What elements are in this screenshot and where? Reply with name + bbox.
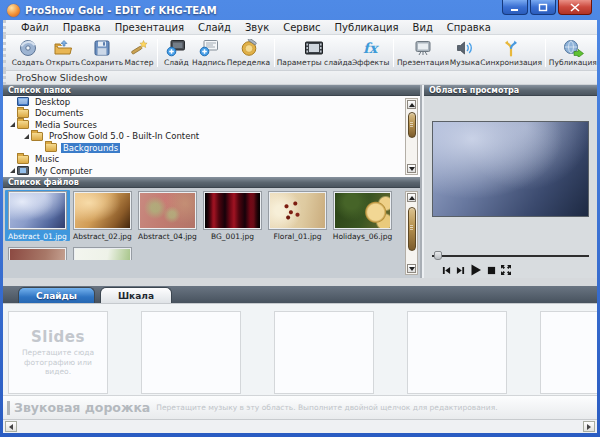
folder-tree-item-media-sources[interactable]: Media Sources bbox=[3, 119, 420, 131]
file-thumbnail[interactable] bbox=[204, 192, 261, 229]
tab-слайды[interactable]: Слайды bbox=[18, 287, 95, 303]
toolbar-button-wizard[interactable]: Мастер bbox=[124, 38, 155, 68]
effects-icon: fx bbox=[361, 39, 381, 57]
toolbar-button-open[interactable]: Открыть bbox=[45, 38, 81, 68]
slides-placeholder-title: Slides bbox=[31, 328, 85, 346]
expander-icon[interactable] bbox=[21, 134, 31, 139]
toolbar-label: Мастер bbox=[124, 58, 153, 67]
seek-handle[interactable] bbox=[434, 251, 442, 260]
menu-item-3[interactable]: Презентация bbox=[108, 22, 191, 33]
menu-item-9[interactable]: Справка bbox=[440, 22, 498, 33]
folders-scrollbar[interactable] bbox=[405, 98, 418, 175]
add-slide-icon bbox=[166, 39, 186, 57]
toolbar-label: Переделка bbox=[227, 58, 270, 67]
toolbar-label: Публикация bbox=[549, 58, 597, 67]
toolbar-button-sync[interactable]: Синхронизация bbox=[481, 38, 542, 68]
slide-slot-1[interactable]: SlidesПеретащите сюда фотографию или вид… bbox=[8, 311, 108, 394]
scroll-up-icon[interactable] bbox=[407, 100, 416, 109]
toolbar-button-add-slide[interactable]: Слайд bbox=[161, 38, 191, 68]
toolbar-label: Музыка bbox=[450, 58, 480, 67]
show-icon bbox=[413, 39, 433, 57]
skip-back-button[interactable] bbox=[442, 266, 451, 275]
maximize-button[interactable] bbox=[530, 0, 556, 15]
seek-bar[interactable] bbox=[432, 250, 589, 260]
toolbar-button-remake[interactable]: Переделка bbox=[227, 38, 271, 68]
soundtrack-hint: Перетащите музыку в эту область. Выполни… bbox=[156, 403, 497, 412]
file-item-abstract-01-jpg[interactable]: Abstract_01.jpg bbox=[5, 190, 70, 241]
toolbar-button-effects[interactable]: fxЭффекты bbox=[351, 38, 390, 68]
files-scrollbar[interactable] bbox=[405, 191, 418, 275]
folders-scroll-thumb[interactable] bbox=[408, 112, 416, 138]
toolbar-label: Параметры слайда bbox=[277, 58, 352, 67]
toolbar-button-save[interactable]: Сохранить bbox=[81, 38, 124, 68]
slide-slot-5[interactable] bbox=[540, 311, 597, 394]
file-item-bg-001-jpg[interactable]: BG_001.jpg bbox=[200, 190, 265, 241]
scroll-down-icon[interactable] bbox=[407, 164, 416, 173]
file-thumbnail[interactable] bbox=[74, 192, 131, 229]
slide-slot-4[interactable] bbox=[407, 311, 507, 394]
preview-image bbox=[432, 121, 589, 217]
skip-forward-button[interactable] bbox=[456, 266, 465, 275]
slides-placeholder-hint: Перетащите сюда фотографию или видео. bbox=[17, 348, 99, 376]
files-scroll-thumb[interactable] bbox=[408, 207, 416, 251]
menu-item-6[interactable]: Сервис bbox=[276, 22, 327, 33]
toolbar-button-show[interactable]: Презентация bbox=[397, 38, 449, 68]
scroll-down-icon[interactable] bbox=[407, 264, 416, 273]
scroll-right-icon[interactable] bbox=[583, 421, 595, 432]
menu-item-8[interactable]: Вид bbox=[406, 22, 440, 33]
folder-tree-item-music[interactable]: Music bbox=[3, 154, 420, 166]
menu-item-4[interactable]: Слайд bbox=[191, 22, 238, 33]
scroll-up-icon[interactable] bbox=[407, 193, 416, 202]
file-item-partial[interactable] bbox=[70, 246, 135, 260]
file-thumbnail[interactable] bbox=[74, 248, 131, 260]
soundtrack-grip bbox=[7, 401, 10, 415]
folder-tree-item-proshow-gold-5-0-built-in-content[interactable]: ProShow Gold 5.0 - Built-In Content bbox=[3, 131, 420, 143]
toolbar-button-publish[interactable]: Публикация bbox=[549, 38, 597, 68]
folder-tree: DesktopDocumentsMedia SourcesProShow Gol… bbox=[3, 96, 420, 177]
soundtrack-bar[interactable]: Звуковая дорожка Перетащите музыку в эту… bbox=[3, 395, 597, 419]
toolbar-button-slide-options[interactable]: Параметры слайда bbox=[278, 38, 352, 68]
toolbar-separator bbox=[157, 39, 158, 67]
slide-slot-3[interactable] bbox=[274, 311, 374, 394]
minimize-button[interactable] bbox=[502, 0, 528, 15]
folder-icon bbox=[17, 109, 29, 118]
toolbar-label: Слайд bbox=[164, 58, 189, 67]
window-title: ProShow Gold - EDiT of KHG-TEAM bbox=[25, 5, 217, 16]
wizard-icon bbox=[129, 39, 149, 57]
toolbar-button-new-show[interactable]: Создать bbox=[11, 38, 45, 68]
folder-tree-item-my-computer[interactable]: My Computer bbox=[3, 165, 420, 177]
stop-button[interactable] bbox=[487, 266, 496, 275]
file-item-abstract-04-jpg[interactable]: Abstract_04.jpg bbox=[135, 190, 200, 241]
file-item-abstract-02-jpg[interactable]: Abstract_02.jpg bbox=[70, 190, 135, 241]
file-item-floral-01-jpg[interactable]: Floral_01.jpg bbox=[265, 190, 330, 241]
file-item-holidays-06-jpg[interactable]: Holidays_06.jpg bbox=[330, 190, 395, 241]
fullscreen-button[interactable] bbox=[501, 265, 511, 275]
toolbar-label: Эффекты bbox=[352, 58, 390, 67]
horizontal-scrollbar[interactable] bbox=[3, 419, 597, 433]
toolbar-button-music[interactable]: Музыка bbox=[449, 38, 481, 68]
folders-panel-header: Список папок bbox=[3, 85, 420, 96]
scroll-left-icon[interactable] bbox=[5, 421, 17, 432]
folder-tree-item-desktop[interactable]: Desktop bbox=[3, 96, 420, 108]
file-item-partial[interactable] bbox=[5, 246, 70, 260]
toolbar-button-add-caption[interactable]: Надпись bbox=[191, 38, 226, 68]
menu-item-5[interactable]: Звук bbox=[238, 22, 276, 33]
slide-slot-2[interactable] bbox=[141, 311, 241, 394]
menu-item-2[interactable]: Правка bbox=[56, 22, 108, 33]
menu-item-1[interactable]: Файл bbox=[14, 22, 56, 33]
menu-item-7[interactable]: Публикация bbox=[328, 22, 406, 33]
file-thumbnail[interactable] bbox=[334, 192, 391, 229]
expander-icon[interactable] bbox=[7, 168, 17, 173]
close-button[interactable] bbox=[558, 0, 592, 15]
tab-шкала[interactable]: Шкала bbox=[100, 287, 172, 303]
folder-tree-item-documents[interactable]: Documents bbox=[3, 108, 420, 120]
file-thumbnail[interactable] bbox=[9, 248, 66, 260]
folder-label: ProShow Gold 5.0 - Built-In Content bbox=[47, 131, 201, 141]
sync-icon bbox=[501, 39, 521, 57]
expander-icon[interactable] bbox=[7, 122, 17, 127]
file-thumbnail[interactable] bbox=[139, 192, 196, 229]
file-thumbnail[interactable] bbox=[9, 192, 66, 229]
play-button[interactable] bbox=[470, 264, 482, 276]
folder-tree-item-backgrounds[interactable]: Backgrounds bbox=[3, 142, 420, 154]
file-thumbnail[interactable] bbox=[269, 192, 326, 229]
